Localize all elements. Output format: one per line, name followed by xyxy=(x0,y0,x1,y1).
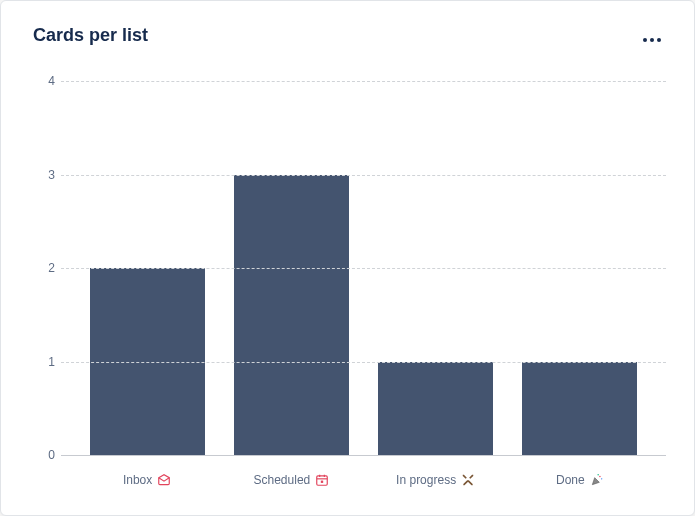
y-tick-label: 0 xyxy=(31,448,55,462)
x-tick-text: In progress xyxy=(396,473,456,487)
svg-point-10 xyxy=(597,474,598,475)
x-tick-text: Done xyxy=(556,473,585,487)
tada-icon xyxy=(590,473,604,487)
x-tick-label: In progress xyxy=(364,473,508,487)
card-title: Cards per list xyxy=(33,25,148,46)
x-axis-labels: InboxScheduledIn progressDone xyxy=(61,473,666,487)
chart-area: 01234 InboxScheduledIn progressDone xyxy=(1,51,694,515)
grid-line xyxy=(61,81,666,82)
more-horizontal-icon xyxy=(643,24,661,47)
grid-line xyxy=(61,268,666,269)
bar[interactable] xyxy=(522,362,637,456)
bar[interactable] xyxy=(378,362,493,456)
bar[interactable] xyxy=(234,175,349,456)
grid-line xyxy=(61,175,666,176)
card-header: Cards per list xyxy=(1,1,694,51)
calendar-icon xyxy=(315,473,329,487)
svg-point-2 xyxy=(657,38,661,42)
plot-region: 01234 xyxy=(61,81,666,455)
hammers-icon xyxy=(461,473,475,487)
y-tick-label: 3 xyxy=(31,168,55,182)
svg-point-1 xyxy=(650,38,654,42)
svg-point-9 xyxy=(601,478,602,479)
y-tick-label: 4 xyxy=(31,74,55,88)
grid-line xyxy=(61,362,666,363)
grid-line xyxy=(61,455,666,456)
svg-rect-7 xyxy=(321,481,323,483)
svg-rect-3 xyxy=(317,476,328,485)
x-tick-label: Scheduled xyxy=(219,473,363,487)
y-tick-label: 2 xyxy=(31,261,55,275)
chart-card: Cards per list 01234 InboxScheduledIn pr… xyxy=(0,0,695,516)
x-tick-text: Scheduled xyxy=(254,473,311,487)
svg-point-8 xyxy=(599,476,600,477)
x-tick-label: Inbox xyxy=(75,473,219,487)
x-tick-text: Inbox xyxy=(123,473,152,487)
more-options-button[interactable] xyxy=(636,19,668,51)
y-tick-label: 1 xyxy=(31,355,55,369)
svg-point-0 xyxy=(643,38,647,42)
x-tick-label: Done xyxy=(508,473,652,487)
inbox-icon xyxy=(157,473,171,487)
